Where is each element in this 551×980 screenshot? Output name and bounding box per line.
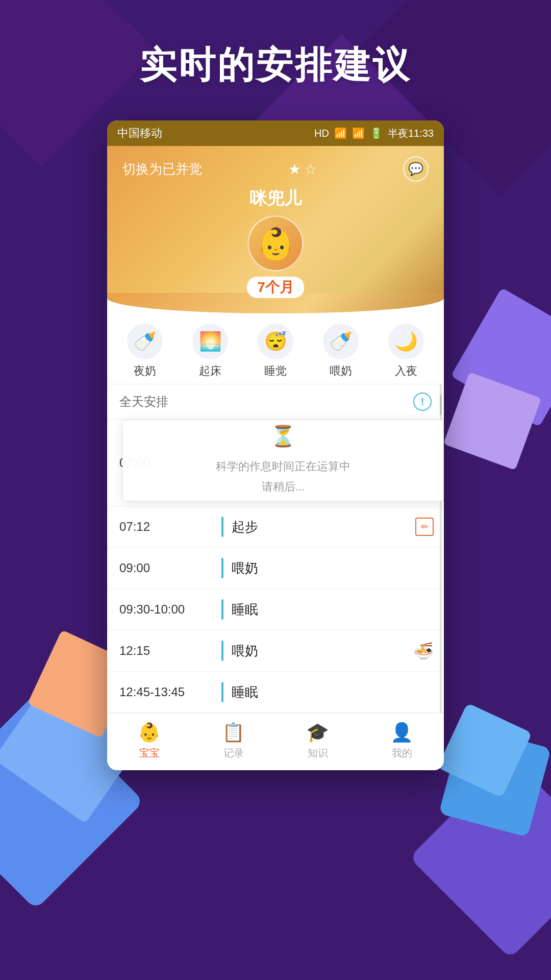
knowledge-nav-icon: 🎓 — [306, 722, 329, 743]
record-nav-label: 记录 — [223, 746, 244, 760]
computing-line2: 请稍后... — [262, 480, 305, 493]
schedule-name-4: 喂奶 — [232, 642, 258, 660]
baby-avatar: 👶 — [247, 215, 304, 272]
main-title: 实时的安排建议 — [140, 41, 411, 90]
switch-button[interactable]: 切换为已并觉 — [122, 160, 202, 178]
info-icon[interactable]: ! — [413, 393, 432, 411]
schedule-name-1: 起步 — [232, 518, 258, 536]
hourglass-icon: ⏳ — [270, 424, 296, 448]
action-night-milk[interactable]: 🍼 夜奶 — [127, 324, 163, 379]
schedule-item-2: 09:00 喂奶 — [107, 548, 444, 589]
page-content: 实时的安排建议 中国移动 HD 📶 📶 🔋 半夜11:33 切换为已并觉 ★ ☆… — [0, 0, 551, 770]
wake-up-label: 起床 — [199, 363, 221, 379]
baby-name: 咪兜儿 — [249, 187, 302, 210]
computing-text: 科学的作息时间正在运算中 请稍后... — [216, 456, 350, 497]
schedule-item-1: 07:12 起步 ✏ — [107, 506, 444, 548]
sleep-label: 睡觉 — [264, 363, 287, 379]
schedule-header: 全天安排 ! — [107, 384, 444, 420]
schedule-name-2: 喂奶 — [232, 559, 258, 577]
header-top: 切换为已并觉 ★ ☆ 💬 — [122, 156, 429, 182]
chat-icon[interactable]: 💬 — [403, 156, 429, 182]
record-nav-icon: 📋 — [222, 722, 245, 743]
schedule-bar — [221, 641, 223, 661]
baby-age: 7个月 — [247, 277, 304, 298]
schedule-bar — [221, 517, 223, 537]
night-milk-icon: 🍼 — [127, 324, 163, 359]
night-milk-label: 夜奶 — [134, 363, 156, 379]
schedule-bar — [221, 558, 223, 578]
carrier: 中国移动 — [117, 126, 162, 141]
battery-icon: 🔋 — [370, 127, 383, 139]
wake-up-icon: 🌅 — [192, 324, 228, 359]
bottom-nav: 👶 宝宝 📋 记录 🎓 知识 👤 我的 — [107, 713, 444, 770]
schedule-section: 全天安排 ! 07:00 ⏳ 科学的作息时间正在运算中 请稍后... 07:12 — [107, 384, 444, 713]
schedule-bar — [221, 682, 223, 702]
star-2: ☆ — [304, 161, 317, 178]
time: 半夜11:33 — [388, 127, 434, 140]
nav-item-knowledge[interactable]: 🎓 知识 — [306, 722, 329, 760]
baby-avatar-area: 咪兜儿 👶 7个月 — [122, 187, 429, 298]
action-wake-up[interactable]: 🌅 起床 — [192, 324, 228, 379]
computing-overlay: ⏳ 科学的作息时间正在运算中 请稍后... — [122, 420, 444, 501]
feed-icon: 🍼 — [323, 324, 359, 359]
quick-actions: 🍼 夜奶 🌅 起床 😴 睡觉 🍼 喂奶 🌙 入夜 — [107, 313, 444, 384]
nav-item-baby[interactable]: 👶 宝宝 — [138, 722, 161, 760]
star-1: ★ — [288, 161, 301, 178]
header-area: 切换为已并觉 ★ ☆ 💬 咪兜儿 👶 7个月 — [107, 146, 444, 298]
schedule-time-5: 12:45-13:45 — [119, 685, 221, 699]
feed-label: 喂奶 — [330, 363, 352, 379]
night-icon: 🌙 — [388, 324, 424, 359]
baby-nav-icon: 👶 — [138, 722, 161, 743]
schedule-item-4: 12:15 喂奶 🍜 — [107, 630, 444, 672]
schedule-title: 全天安排 — [119, 394, 168, 410]
sleep-icon: 😴 — [258, 324, 293, 359]
schedule-name-3: 睡眠 — [232, 601, 258, 619]
edit-icon[interactable]: ✏ — [415, 518, 434, 536]
wifi-icon: 📶 — [334, 127, 347, 139]
hd-badge: HD — [314, 128, 329, 139]
schedule-time-4: 12:15 — [119, 644, 221, 658]
action-feed[interactable]: 🍼 喂奶 — [323, 324, 359, 379]
signal-icon: 📶 — [352, 127, 365, 139]
night-label: 入夜 — [395, 363, 417, 379]
schedule-name-5: 睡眠 — [232, 683, 258, 701]
schedule-item-0: 07:00 ⏳ 科学的作息时间正在运算中 请稍后... — [107, 420, 444, 506]
knowledge-nav-label: 知识 — [308, 746, 328, 760]
schedule-time-1: 07:12 — [119, 520, 221, 534]
baby-nav-label: 宝宝 — [139, 746, 160, 760]
action-sleep[interactable]: 😴 睡觉 — [258, 324, 293, 379]
nav-item-record[interactable]: 📋 记录 — [222, 722, 245, 760]
action-night[interactable]: 🌙 入夜 — [388, 324, 424, 379]
stars: ★ ☆ — [288, 161, 317, 178]
mine-nav-label: 我的 — [392, 746, 412, 760]
scrollbar-thumb — [440, 395, 442, 415]
nav-item-mine[interactable]: 👤 我的 — [390, 722, 413, 760]
schedule-bar — [221, 599, 223, 620]
computing-line1: 科学的作息时间正在运算中 — [216, 460, 350, 473]
schedule-item-3: 09:30-10:00 睡眠 — [107, 589, 444, 630]
schedule-time-3: 09:30-10:00 — [119, 602, 221, 617]
status-right: HD 📶 📶 🔋 半夜11:33 — [314, 127, 434, 140]
mine-nav-icon: 👤 — [390, 722, 413, 743]
phone-mockup: 中国移动 HD 📶 📶 🔋 半夜11:33 切换为已并觉 ★ ☆ 💬 咪兜儿 — [107, 120, 444, 770]
status-bar: 中国移动 HD 📶 📶 🔋 半夜11:33 — [107, 120, 444, 146]
schedule-item-5: 12:45-13:45 睡眠 — [107, 672, 444, 713]
bowl-icon: 🍜 — [413, 641, 434, 660]
schedule-time-2: 09:00 — [119, 561, 221, 575]
